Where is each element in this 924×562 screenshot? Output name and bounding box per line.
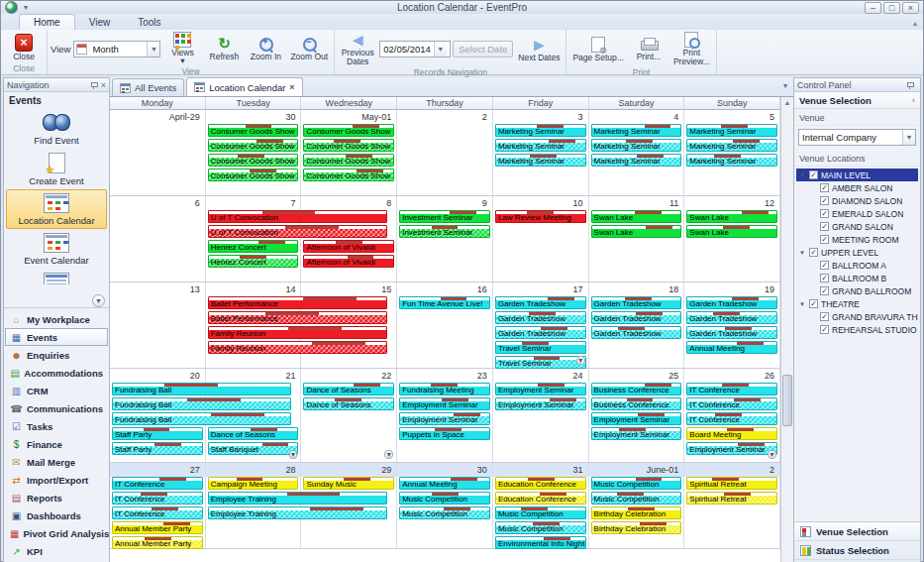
ribbon-tab-view[interactable]: View — [75, 15, 125, 30]
day-cell[interactable]: 2 — [397, 110, 493, 195]
event-bar[interactable]: Staff Party — [112, 427, 203, 440]
day-cell[interactable]: 3Marketing SeminarMarketing SeminarMarke… — [493, 110, 589, 195]
event-bar[interactable]: IT Conference — [686, 412, 777, 425]
shortcut-find-event[interactable]: Find Event — [6, 107, 107, 149]
event-bar[interactable]: Consumer Goods Show — [303, 169, 394, 181]
print-button[interactable]: Print... — [629, 37, 668, 62]
date-input[interactable]: 02/05/2014 ▼ — [379, 41, 451, 57]
checkbox-checked[interactable] — [820, 209, 829, 218]
sidebar-item-finance[interactable]: $Finance — [5, 435, 108, 453]
chevron-down-icon[interactable]: ▼ — [384, 450, 393, 459]
day-cell[interactable]: April-29 — [110, 110, 206, 195]
event-bar[interactable]: Garden Tradeshow — [495, 311, 586, 324]
event-bar[interactable]: Travel Seminar — [495, 341, 586, 354]
venue-selection-header[interactable]: Venue Selection ‹ — [794, 92, 920, 109]
sidebar-item-dashboards[interactable]: ▣Dashboards — [5, 506, 108, 524]
scrollbar-thumb[interactable] — [782, 375, 792, 426]
day-cell[interactable]: 17Garden TradeshowGarden TradeshowGarden… — [493, 282, 589, 368]
ribbon-tab-home[interactable]: Home — [19, 14, 75, 30]
event-bar[interactable]: Consumer Goods Show — [208, 154, 299, 167]
sidebar-item-kpi[interactable]: ↗KPI — [5, 542, 108, 560]
tree-node-upper-level[interactable]: ▾UPPER LEVEL — [796, 246, 918, 259]
event-bar[interactable]: Marketing Seminar — [591, 154, 682, 167]
day-cell[interactable]: 13 — [110, 282, 206, 368]
event-bar[interactable]: Employee Training — [208, 492, 387, 505]
tree-node-meeting-room[interactable]: MEETING ROOM — [796, 233, 918, 246]
event-bar[interactable]: Campaign Meeting — [208, 477, 299, 490]
event-bar[interactable]: Swan Lake — [591, 210, 682, 223]
day-cell[interactable]: 5Marketing SeminarMarketing SeminarMarke… — [684, 110, 780, 195]
event-bar[interactable]: Employment Seminar — [591, 427, 682, 440]
event-bar[interactable]: Birthday Celebration — [591, 521, 682, 534]
event-bar[interactable]: Ballet Performance — [208, 296, 387, 309]
shortcut-partial[interactable] — [6, 269, 107, 287]
event-bar[interactable]: Fundraising Ball — [112, 397, 291, 410]
checkbox-checked[interactable] — [820, 312, 829, 321]
checkbox-checked[interactable] — [820, 183, 829, 192]
chevron-down-icon[interactable]: ▼ — [576, 356, 585, 365]
day-cell[interactable]: 8Afternoon of VivaldiAfternoon of Vivald… — [301, 196, 397, 281]
event-bar[interactable]: IT Conference — [686, 383, 777, 395]
checkbox-checked[interactable] — [809, 299, 818, 308]
event-bar[interactable]: IT Conference — [686, 397, 777, 410]
chevron-down-icon[interactable]: ▼ — [289, 450, 298, 459]
event-bar[interactable]: Employee Training — [208, 506, 387, 519]
event-bar[interactable]: Marketing Seminar — [495, 124, 586, 137]
footer-button-venue-selection[interactable]: Venue Selection — [794, 522, 920, 541]
event-bar[interactable]: Garden Tradeshow — [686, 311, 777, 324]
shortcut-event-calendar[interactable]: Event Calendar — [6, 229, 107, 269]
pin-icon[interactable] — [906, 81, 914, 89]
tree-node-diamond-salon[interactable]: DIAMOND SALON — [796, 194, 918, 207]
event-bar[interactable]: Fun Time Avenue Live! — [399, 296, 490, 309]
event-bar[interactable]: Board Meeting — [686, 427, 777, 440]
event-bar[interactable]: Garden Tradeshow — [591, 311, 682, 324]
event-bar[interactable]: Swan Lake — [686, 210, 777, 223]
event-bar[interactable]: Investment Seminar — [399, 225, 490, 238]
event-bar[interactable]: Afternoon of Vivaldi — [303, 240, 394, 253]
tabstrip-dropdown-icon[interactable]: ▾ — [783, 81, 787, 90]
chevron-down-icon[interactable]: ▼ — [902, 130, 915, 145]
shortcut-create-event[interactable]: Create Event — [6, 149, 107, 189]
event-bar[interactable]: Garden Tradeshow — [591, 296, 682, 309]
scroll-up-icon[interactable]: ▲ — [784, 97, 791, 109]
select-date-button[interactable]: Select Date — [453, 41, 513, 57]
event-bar[interactable]: Business Conference — [591, 383, 682, 395]
ribbon-tab-tools[interactable]: Tools — [124, 15, 174, 30]
day-cell[interactable]: 22Dance of SeasonsDance of Seasons▼ — [301, 369, 397, 462]
event-bar[interactable]: U of T Convocation — [208, 210, 387, 223]
day-cell[interactable]: 31Education ConferenceEducation Conferen… — [493, 463, 589, 548]
previous-dates-button[interactable]: ◀ Previous Dates — [338, 31, 377, 67]
more-events-chevron[interactable]: ▼ — [289, 448, 298, 461]
day-cell[interactable]: 27IT ConferenceIT ConferenceIT Conferenc… — [110, 463, 206, 548]
tree-expand-icon[interactable]: ▾ — [798, 171, 806, 179]
sidebar-item-reports[interactable]: ▤Reports — [5, 489, 108, 506]
event-bar[interactable]: U of T Convocation — [208, 225, 387, 238]
event-bar[interactable]: Annual Member Party — [112, 521, 203, 534]
event-bar[interactable]: Consumer Goods Show — [208, 169, 299, 181]
event-bar[interactable]: Business Conference — [591, 397, 682, 410]
event-bar[interactable]: Law Review Meeting — [495, 210, 586, 223]
event-bar[interactable]: Fundraising Ball — [112, 412, 291, 425]
minimize-button[interactable]: – — [865, 2, 881, 14]
event-bar[interactable]: Garden Tradeshow — [495, 326, 586, 339]
event-bar[interactable]: Family Reunion — [208, 341, 387, 354]
sidebar-item-enquiries[interactable]: ☻Enquiries — [5, 346, 108, 364]
event-bar[interactable]: Afternoon of Vivaldi — [303, 255, 394, 268]
sidebar-item-communications[interactable]: ☎Communications — [5, 399, 108, 417]
event-bar[interactable]: Marketing Seminar — [686, 154, 777, 167]
day-cell[interactable]: 30Annual MeetingMusic CompetitionMusic C… — [397, 463, 493, 548]
ribbon-collapse-icon[interactable]: ▴ — [913, 19, 917, 28]
event-bar[interactable]: Consumer Goods Show — [303, 139, 394, 152]
event-bar[interactable]: Annual Meeting — [686, 341, 777, 354]
day-cell[interactable]: 15 — [301, 282, 397, 368]
event-bar[interactable]: Spiritual Retreat — [686, 492, 777, 505]
event-bar[interactable]: Music Competition — [591, 477, 682, 490]
tree-node-emerald-salon[interactable]: EMERALD SALON — [796, 207, 918, 220]
sidebar-item-mail-merge[interactable]: ✉Mail Merge — [5, 453, 108, 471]
pin-icon[interactable] — [90, 81, 98, 89]
day-cell[interactable]: 10Law Review Meeting — [493, 196, 589, 281]
event-bar[interactable]: Consumer Goods Show — [208, 124, 299, 137]
day-cell[interactable]: 18Garden TradeshowGarden TradeshowGarden… — [589, 282, 685, 368]
day-cell[interactable]: 9Investment SeminarInvestment Seminar — [397, 196, 493, 281]
event-bar[interactable]: Employment Seminar — [591, 412, 682, 425]
